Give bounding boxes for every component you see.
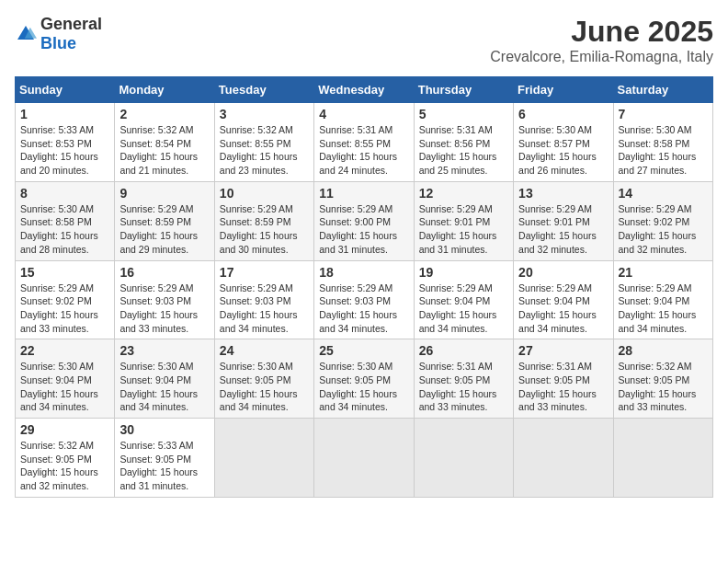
calendar-cell: 30 Sunrise: 5:33 AM Sunset: 9:05 PM Dayl… — [115, 419, 214, 498]
sunset: Sunset: 9:05 PM — [518, 374, 590, 385]
sunrise: Sunrise: 5:31 AM — [419, 361, 493, 372]
sunrise: Sunrise: 5:30 AM — [518, 124, 592, 135]
daylight: Daylight: 15 hours and 24 minutes. — [319, 151, 397, 176]
daylight: Daylight: 15 hours and 20 minutes. — [20, 151, 98, 176]
day-info: Sunrise: 5:30 AM Sunset: 9:05 PM Dayligh… — [220, 360, 309, 414]
day-info: Sunrise: 5:30 AM Sunset: 8:58 PM Dayligh… — [20, 202, 109, 257]
calendar-cell: 26 Sunrise: 5:31 AM Sunset: 9:05 PM Dayl… — [414, 339, 513, 419]
col-wednesday: Wednesday — [314, 77, 414, 103]
logo-general: General — [40, 15, 102, 33]
day-number: 25 — [319, 343, 408, 358]
calendar-cell: 3 Sunrise: 5:32 AM Sunset: 8:55 PM Dayli… — [214, 103, 313, 182]
sunset: Sunset: 9:02 PM — [20, 295, 92, 306]
sunrise: Sunrise: 5:30 AM — [20, 203, 94, 214]
calendar-cell: 4 Sunrise: 5:31 AM Sunset: 8:55 PM Dayli… — [314, 103, 414, 182]
daylight: Daylight: 15 hours and 33 minutes. — [119, 309, 198, 334]
calendar-cell — [214, 419, 313, 498]
daylight: Daylight: 15 hours and 34 minutes. — [20, 388, 98, 413]
daylight: Daylight: 15 hours and 28 minutes. — [20, 230, 98, 255]
calendar-cell: 20 Sunrise: 5:29 AM Sunset: 9:04 PM Dayl… — [514, 260, 613, 339]
col-friday: Friday — [514, 77, 613, 103]
day-number: 21 — [619, 265, 708, 280]
day-info: Sunrise: 5:30 AM Sunset: 8:58 PM Dayligh… — [619, 123, 708, 178]
sunrise: Sunrise: 5:31 AM — [419, 124, 493, 135]
calendar-cell: 17 Sunrise: 5:29 AM Sunset: 9:03 PM Dayl… — [214, 260, 313, 339]
day-number: 13 — [518, 186, 608, 201]
sunset: Sunset: 8:56 PM — [419, 138, 491, 149]
sunrise: Sunrise: 5:29 AM — [419, 203, 493, 214]
sunset: Sunset: 9:05 PM — [619, 374, 690, 385]
day-number: 11 — [319, 186, 408, 201]
page-container: General Blue June 2025 Crevalcore, Emili… — [15, 15, 713, 498]
daylight: Daylight: 15 hours and 34 minutes. — [518, 309, 597, 334]
day-number: 4 — [319, 107, 408, 121]
day-info: Sunrise: 5:31 AM Sunset: 9:05 PM Dayligh… — [518, 360, 608, 414]
day-number: 26 — [419, 343, 508, 358]
sunrise: Sunrise: 5:30 AM — [220, 361, 293, 372]
sunset: Sunset: 8:59 PM — [220, 216, 291, 227]
day-number: 16 — [119, 265, 209, 280]
logo: General Blue — [15, 15, 102, 53]
sunset: Sunset: 9:04 PM — [419, 295, 491, 306]
day-info: Sunrise: 5:29 AM Sunset: 9:01 PM Dayligh… — [518, 202, 608, 257]
day-number: 2 — [119, 107, 209, 121]
daylight: Daylight: 15 hours and 34 minutes. — [419, 309, 497, 334]
sunset: Sunset: 9:01 PM — [419, 216, 491, 227]
sunset: Sunset: 8:55 PM — [319, 138, 391, 149]
day-number: 30 — [119, 422, 209, 437]
day-number: 15 — [20, 265, 109, 280]
sunrise: Sunrise: 5:29 AM — [518, 203, 592, 214]
location-title: Crevalcore, Emilia-Romagna, Italy — [490, 49, 713, 65]
sunset: Sunset: 9:04 PM — [20, 374, 92, 385]
calendar-cell — [314, 419, 414, 498]
day-number: 14 — [619, 186, 708, 201]
daylight: Daylight: 15 hours and 34 minutes. — [319, 388, 397, 413]
calendar-cell: 29 Sunrise: 5:32 AM Sunset: 9:05 PM Dayl… — [16, 419, 115, 498]
week-row-4: 22 Sunrise: 5:30 AM Sunset: 9:04 PM Dayl… — [16, 339, 713, 419]
col-monday: Monday — [115, 77, 214, 103]
day-number: 23 — [119, 343, 209, 358]
calendar-cell: 16 Sunrise: 5:29 AM Sunset: 9:03 PM Dayl… — [115, 260, 214, 339]
week-row-3: 15 Sunrise: 5:29 AM Sunset: 9:02 PM Dayl… — [16, 260, 713, 339]
day-info: Sunrise: 5:29 AM Sunset: 9:03 PM Dayligh… — [319, 282, 408, 336]
logo-icon — [15, 23, 37, 45]
day-number: 18 — [319, 265, 408, 280]
day-info: Sunrise: 5:29 AM Sunset: 9:04 PM Dayligh… — [619, 282, 708, 336]
calendar-cell: 1 Sunrise: 5:33 AM Sunset: 8:53 PM Dayli… — [16, 103, 115, 182]
sunrise: Sunrise: 5:29 AM — [319, 203, 392, 214]
calendar-cell: 2 Sunrise: 5:32 AM Sunset: 8:54 PM Dayli… — [115, 103, 214, 182]
sunset: Sunset: 9:05 PM — [119, 454, 191, 465]
sunrise: Sunrise: 5:32 AM — [619, 361, 692, 372]
logo-blue: Blue — [40, 34, 76, 52]
calendar-cell: 9 Sunrise: 5:29 AM Sunset: 8:59 PM Dayli… — [115, 181, 214, 260]
calendar-cell: 8 Sunrise: 5:30 AM Sunset: 8:58 PM Dayli… — [16, 181, 115, 260]
calendar-cell: 15 Sunrise: 5:29 AM Sunset: 9:02 PM Dayl… — [16, 260, 115, 339]
daylight: Daylight: 15 hours and 31 minutes. — [119, 466, 198, 491]
sunset: Sunset: 8:58 PM — [619, 138, 690, 149]
sunset: Sunset: 8:55 PM — [220, 138, 291, 149]
day-info: Sunrise: 5:31 AM Sunset: 9:05 PM Dayligh… — [419, 360, 508, 414]
daylight: Daylight: 15 hours and 33 minutes. — [419, 388, 497, 413]
daylight: Daylight: 15 hours and 33 minutes. — [619, 388, 697, 413]
calendar-cell: 23 Sunrise: 5:30 AM Sunset: 9:04 PM Dayl… — [115, 339, 214, 419]
day-number: 20 — [518, 265, 608, 280]
daylight: Daylight: 15 hours and 34 minutes. — [319, 309, 397, 334]
day-number: 28 — [619, 343, 708, 358]
sunset: Sunset: 9:05 PM — [319, 374, 391, 385]
sunrise: Sunrise: 5:29 AM — [619, 203, 692, 214]
sunrise: Sunrise: 5:29 AM — [119, 203, 193, 214]
col-saturday: Saturday — [613, 77, 712, 103]
sunrise: Sunrise: 5:32 AM — [20, 440, 94, 451]
day-info: Sunrise: 5:30 AM Sunset: 9:04 PM Dayligh… — [119, 360, 209, 414]
daylight: Daylight: 15 hours and 23 minutes. — [220, 151, 298, 176]
day-info: Sunrise: 5:30 AM Sunset: 8:57 PM Dayligh… — [518, 123, 608, 178]
sunrise: Sunrise: 5:29 AM — [518, 282, 592, 293]
calendar-cell: 28 Sunrise: 5:32 AM Sunset: 9:05 PM Dayl… — [613, 339, 712, 419]
sunrise: Sunrise: 5:33 AM — [20, 124, 94, 135]
col-thursday: Thursday — [414, 77, 513, 103]
sunset: Sunset: 8:54 PM — [119, 138, 191, 149]
week-row-2: 8 Sunrise: 5:30 AM Sunset: 8:58 PM Dayli… — [16, 181, 713, 260]
calendar-cell: 21 Sunrise: 5:29 AM Sunset: 9:04 PM Dayl… — [613, 260, 712, 339]
sunrise: Sunrise: 5:29 AM — [119, 282, 193, 293]
sunrise: Sunrise: 5:29 AM — [220, 282, 293, 293]
